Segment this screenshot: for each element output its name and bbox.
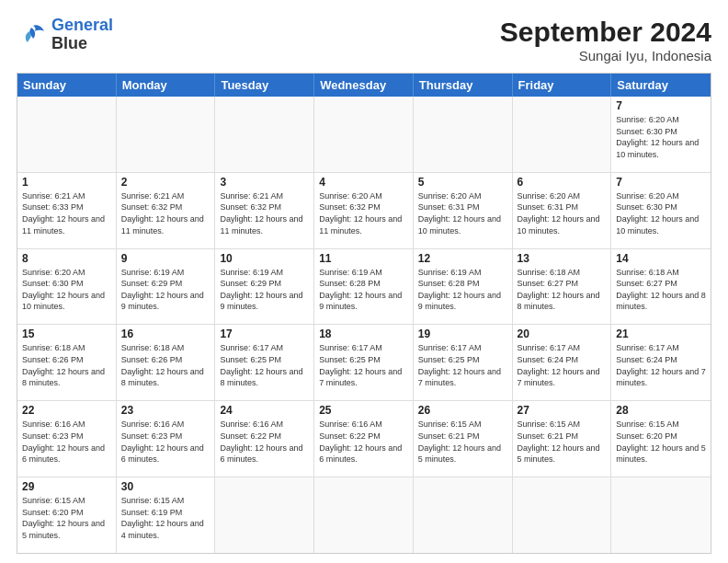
calendar-cell-13: 13Sunrise: 6:18 AMSunset: 6:27 PMDayligh… [513, 249, 612, 325]
calendar-cell-21: 21Sunrise: 6:17 AMSunset: 6:24 PMDayligh… [611, 325, 711, 400]
calendar-cell-6: 6Sunrise: 6:20 AMSunset: 6:31 PMDaylight… [513, 173, 612, 248]
calendar-cell-empty [513, 97, 612, 172]
calendar-cell-26: 26Sunrise: 6:15 AMSunset: 6:21 PMDayligh… [414, 401, 513, 477]
calendar-cell-9: 9Sunrise: 6:19 AMSunset: 6:29 PMDaylight… [117, 249, 216, 325]
calendar-week-4: 15Sunrise: 6:18 AMSunset: 6:26 PMDayligh… [17, 325, 711, 401]
logo-text: General Blue [51, 17, 113, 53]
calendar-cell-11: 11Sunrise: 6:19 AMSunset: 6:28 PMDayligh… [314, 249, 414, 325]
calendar-cell-empty [414, 97, 513, 172]
calendar-cell-28: 28Sunrise: 6:15 AMSunset: 6:20 PMDayligh… [611, 401, 711, 477]
calendar-cell-empty [17, 97, 117, 172]
calendar-cell-24: 24Sunrise: 6:16 AMSunset: 6:22 PMDayligh… [215, 401, 314, 477]
calendar-cell-27: 27Sunrise: 6:15 AMSunset: 6:21 PMDayligh… [513, 401, 612, 477]
header: General Blue September 2024 Sungai Iyu, … [17, 17, 711, 63]
calendar-cell-empty [414, 477, 513, 553]
calendar: SundayMondayTuesdayWednesdayThursdayFrid… [17, 73, 711, 554]
calendar-header: SundayMondayTuesdayWednesdayThursdayFrid… [17, 74, 711, 97]
header-day-friday: Friday [513, 74, 612, 97]
header-day-sunday: Sunday [17, 74, 117, 97]
calendar-cell-4: 4Sunrise: 6:20 AMSunset: 6:32 PMDaylight… [314, 173, 414, 248]
calendar-cell-8: 8Sunrise: 6:20 AMSunset: 6:30 PMDaylight… [17, 249, 117, 325]
calendar-cell-1: 1Sunrise: 6:21 AMSunset: 6:33 PMDaylight… [17, 173, 117, 248]
calendar-cell-2: 2Sunrise: 6:21 AMSunset: 6:32 PMDaylight… [117, 173, 216, 248]
header-day-monday: Monday [117, 74, 216, 97]
calendar-cell-25: 25Sunrise: 6:16 AMSunset: 6:22 PMDayligh… [314, 401, 414, 477]
calendar-cell-29: 29Sunrise: 6:15 AMSunset: 6:20 PMDayligh… [17, 477, 117, 553]
calendar-cell-3: 3Sunrise: 6:21 AMSunset: 6:32 PMDaylight… [215, 173, 314, 248]
calendar-cell-12: 12Sunrise: 6:19 AMSunset: 6:28 PMDayligh… [414, 249, 513, 325]
calendar-cell-20: 20Sunrise: 6:17 AMSunset: 6:24 PMDayligh… [513, 325, 612, 400]
header-day-tuesday: Tuesday [215, 74, 314, 97]
calendar-cell-empty [314, 477, 414, 553]
calendar-cell-30: 30Sunrise: 6:15 AMSunset: 6:19 PMDayligh… [117, 477, 216, 553]
calendar-cell-5: 5Sunrise: 6:20 AMSunset: 6:31 PMDaylight… [414, 173, 513, 248]
calendar-cell-10: 10Sunrise: 6:19 AMSunset: 6:29 PMDayligh… [215, 249, 314, 325]
calendar-week-6: 29Sunrise: 6:15 AMSunset: 6:20 PMDayligh… [17, 477, 711, 553]
calendar-cell-empty [117, 97, 216, 172]
header-day-wednesday: Wednesday [314, 74, 414, 97]
calendar-cell-18: 18Sunrise: 6:17 AMSunset: 6:25 PMDayligh… [314, 325, 414, 400]
calendar-cell-empty [314, 97, 414, 172]
header-day-thursday: Thursday [414, 74, 513, 97]
calendar-cell-7: 7Sunrise: 6:20 AMSunset: 6:30 PMDaylight… [611, 97, 711, 172]
title-block: September 2024 Sungai Iyu, Indonesia [500, 17, 711, 63]
calendar-week-1: 7Sunrise: 6:20 AMSunset: 6:30 PMDaylight… [17, 97, 711, 173]
calendar-cell-16: 16Sunrise: 6:18 AMSunset: 6:26 PMDayligh… [117, 325, 216, 400]
calendar-week-2: 1Sunrise: 6:21 AMSunset: 6:33 PMDaylight… [17, 173, 711, 249]
calendar-cell-empty [513, 477, 612, 553]
logo: General Blue [17, 17, 113, 53]
header-day-saturday: Saturday [611, 74, 711, 97]
logo-bird-icon [17, 22, 46, 48]
calendar-cell-empty [215, 97, 314, 172]
calendar-cell-22: 22Sunrise: 6:16 AMSunset: 6:23 PMDayligh… [17, 401, 117, 477]
calendar-cell-empty [215, 477, 314, 553]
calendar-week-3: 8Sunrise: 6:20 AMSunset: 6:30 PMDaylight… [17, 249, 711, 326]
calendar-week-5: 22Sunrise: 6:16 AMSunset: 6:23 PMDayligh… [17, 401, 711, 477]
calendar-subtitle: Sungai Iyu, Indonesia [500, 48, 711, 63]
calendar-cell-17: 17Sunrise: 6:17 AMSunset: 6:25 PMDayligh… [215, 325, 314, 400]
calendar-cell-15: 15Sunrise: 6:18 AMSunset: 6:26 PMDayligh… [17, 325, 117, 400]
page: General Blue September 2024 Sungai Iyu, … [0, 0, 728, 563]
calendar-body: 7Sunrise: 6:20 AMSunset: 6:30 PMDaylight… [17, 97, 711, 553]
calendar-cell-19: 19Sunrise: 6:17 AMSunset: 6:25 PMDayligh… [414, 325, 513, 400]
calendar-cell-14: 14Sunrise: 6:18 AMSunset: 6:27 PMDayligh… [611, 249, 711, 325]
calendar-title: September 2024 [500, 17, 711, 48]
calendar-cell-empty [611, 477, 711, 553]
calendar-cell-7: 7Sunrise: 6:20 AMSunset: 6:30 PMDaylight… [611, 173, 711, 248]
calendar-cell-23: 23Sunrise: 6:16 AMSunset: 6:23 PMDayligh… [117, 401, 216, 477]
